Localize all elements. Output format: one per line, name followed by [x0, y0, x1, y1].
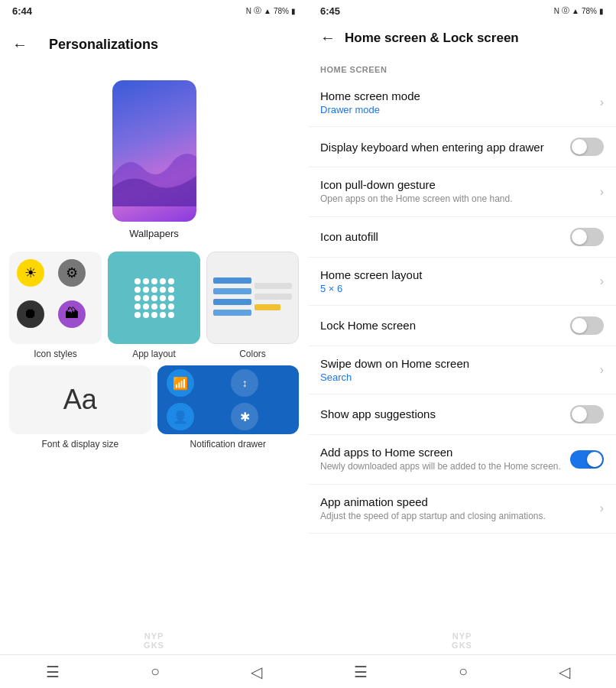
back-nav-icon-left[interactable]: ◁	[251, 663, 262, 681]
add-apps-home-toggle[interactable]	[570, 450, 604, 469]
right-content: HOME SCREEN Home screen mode Drawer mode…	[308, 54, 616, 654]
icon-pull-down-item[interactable]: Icon pull-down gesture Open apps on the …	[308, 167, 616, 217]
left-page-title: Personalizations	[37, 29, 170, 60]
home-screen-mode-left: Home screen mode Drawer mode	[320, 89, 594, 115]
left-content: Wallpapers ☀ ⚙ ⏺ 🏔 Icon styles	[0, 68, 308, 654]
show-app-suggestions-left: Show app suggestions	[320, 407, 564, 420]
vibrate-icon: ⓪	[254, 5, 261, 16]
icon-autofill-item[interactable]: Icon autofill	[308, 217, 616, 258]
left-panel: 6:44 N ⓪ ▲ 78% ▮ ← Personalizations Wall…	[0, 0, 308, 688]
icon-autofill-left: Icon autofill	[320, 230, 564, 243]
lock-home-screen-title: Lock Home screen	[320, 319, 564, 332]
menu-nav-icon-right[interactable]: ☰	[354, 663, 368, 681]
left-time: 6:44	[12, 5, 32, 17]
home-screen-section-header: HOME SCREEN	[308, 54, 616, 79]
colors-card[interactable]	[206, 252, 299, 344]
app-animation-speed-item[interactable]: App animation speed Adjust the speed of …	[308, 485, 616, 534]
battery-icon-right: ▮	[599, 7, 604, 15]
nfc-icon: N	[246, 7, 251, 15]
toggle-knob5	[587, 452, 602, 467]
app-animation-speed-left: App animation speed Adjust the speed of …	[320, 495, 594, 523]
nfc-icon-right: N	[554, 7, 559, 15]
app-layout-card[interactable]	[108, 252, 200, 344]
chevron-right-icon4: ›	[600, 363, 604, 377]
font-display-card[interactable]: Aa	[9, 365, 151, 434]
battery-percent-right: 78%	[582, 7, 597, 15]
icon-autofill-toggle[interactable]	[570, 228, 604, 246]
home-screen-layout-item[interactable]: Home screen layout 5 × 6 ›	[308, 258, 616, 306]
swipe-down-item[interactable]: Swipe down on Home screen Search ›	[308, 346, 616, 394]
wifi-icon: ▲	[264, 7, 271, 15]
left-bottom-nav: ☰ ○ ◁	[0, 654, 308, 688]
right-status-icons: N ⓪ ▲ 78% ▮	[554, 5, 604, 16]
add-apps-home-title: Add apps to Home screen	[320, 446, 564, 459]
vibrate-icon-right: ⓪	[562, 5, 569, 16]
right-panel: 6:45 N ⓪ ▲ 78% ▮ ← Home screen & Lock sc…	[308, 0, 616, 688]
colors-item[interactable]: Colors	[206, 252, 299, 359]
icon-styles-card[interactable]: ☀ ⚙ ⏺ 🏔	[9, 252, 102, 344]
add-apps-home-desc: Newly downloaded apps will be added to t…	[320, 460, 564, 473]
add-apps-home-item[interactable]: Add apps to Home screen Newly downloaded…	[308, 435, 616, 485]
font-display-item[interactable]: Aa Font & display size	[9, 365, 151, 449]
lock-home-screen-left: Lock Home screen	[320, 319, 564, 332]
colors-label: Colors	[239, 349, 266, 359]
home-nav-icon-right[interactable]: ○	[459, 663, 468, 680]
battery-icon-left: ▮	[291, 7, 296, 15]
person-icon: 👤	[167, 403, 194, 430]
toggle-knob4	[572, 407, 587, 422]
right-status-bar: 6:45 N ⓪ ▲ 78% ▮	[308, 0, 616, 21]
chevron-right-icon5: ›	[600, 501, 604, 515]
notification-drawer-card[interactable]: 📶 ↕ 👤 ✱	[157, 365, 300, 434]
wallpaper-section[interactable]: Wallpapers	[0, 68, 308, 245]
wifi-notif-icon: 📶	[167, 369, 194, 397]
wifi-icon-right: ▲	[572, 7, 579, 15]
back-nav-icon-right[interactable]: ◁	[559, 663, 570, 681]
mountain-icon: 🏔	[58, 300, 86, 328]
left-header: ← Personalizations	[0, 21, 308, 68]
display-keyboard-title: Display keyboard when entering app drawe…	[320, 141, 564, 154]
right-bottom-nav: ☰ ○ ◁	[308, 654, 616, 688]
app-animation-speed-desc: Adjust the speed of app startup and clos…	[320, 510, 594, 523]
font-display-label: Font & display size	[41, 439, 118, 449]
sun-icon: ☀	[17, 259, 44, 287]
battery-percent-left: 78%	[274, 7, 289, 15]
wallpaper-label: Wallpapers	[129, 228, 179, 239]
icon-styles-item[interactable]: ☀ ⚙ ⏺ 🏔 Icon styles	[9, 252, 102, 359]
show-app-suggestions-toggle[interactable]	[570, 405, 604, 424]
swipe-down-left: Swipe down on Home screen Search	[320, 357, 594, 383]
chevron-right-icon2: ›	[600, 185, 604, 199]
right-time: 6:45	[320, 5, 340, 17]
left-status-icons: N ⓪ ▲ 78% ▮	[246, 5, 296, 16]
home-screen-mode-item[interactable]: Home screen mode Drawer mode ›	[308, 79, 616, 127]
lock-home-screen-toggle[interactable]	[570, 316, 604, 335]
bars-icon: ↕	[231, 369, 258, 397]
app-layout-label: App layout	[132, 349, 176, 359]
chevron-right-icon: ›	[600, 96, 604, 109]
swipe-down-subtitle: Search	[320, 372, 594, 383]
home-screen-layout-title: Home screen layout	[320, 268, 594, 281]
chevron-right-icon3: ›	[600, 274, 604, 288]
home-screen-mode-subtitle: Drawer mode	[320, 104, 594, 115]
toggle-knob3	[572, 318, 587, 333]
icon-styles-label: Icon styles	[34, 349, 77, 359]
display-keyboard-left: Display keyboard when entering app drawe…	[320, 141, 564, 154]
display-keyboard-toggle[interactable]	[570, 138, 604, 156]
icon-pull-down-left: Icon pull-down gesture Open apps on the …	[320, 178, 594, 206]
show-app-suggestions-item[interactable]: Show app suggestions	[308, 394, 616, 435]
lock-home-screen-item[interactable]: Lock Home screen	[308, 306, 616, 346]
swipe-down-title: Swipe down on Home screen	[320, 357, 594, 370]
app-layout-item[interactable]: App layout	[108, 252, 200, 359]
wallpaper-thumbnail[interactable]	[112, 80, 196, 222]
menu-nav-icon-left[interactable]: ☰	[46, 663, 60, 681]
icon-pull-down-title: Icon pull-down gesture	[320, 178, 594, 191]
display-keyboard-item[interactable]: Display keyboard when entering app drawe…	[308, 127, 616, 167]
notification-drawer-item[interactable]: 📶 ↕ 👤 ✱ Notification drawer	[157, 365, 300, 449]
home-screen-layout-subtitle: 5 × 6	[320, 283, 594, 294]
back-button-left[interactable]: ←	[12, 36, 28, 54]
app-animation-speed-title: App animation speed	[320, 495, 594, 508]
back-button-right[interactable]: ←	[320, 29, 336, 47]
show-app-suggestions-title: Show app suggestions	[320, 407, 564, 420]
toggle-knob2	[572, 229, 587, 245]
home-nav-icon-left[interactable]: ○	[151, 663, 160, 680]
icon-autofill-title: Icon autofill	[320, 230, 564, 243]
